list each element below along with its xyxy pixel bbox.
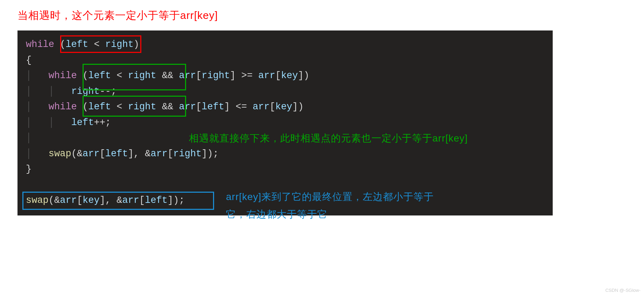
blue-annotation-line1: arr[key]来到了它的最终位置，左边都小于等于 [226, 188, 471, 206]
red-title-annotation: 当相遇时，这个元素一定小于等于arr[key] [17, 8, 553, 23]
watermark: CSDN @-SGlow- [605, 288, 641, 293]
blue-annotation-line2: 它，右边都大于等于它 [226, 206, 471, 223]
blue-annotation-text: arr[key]来到了它的最终位置，左边都小于等于 它，右边都大于等于它 [226, 188, 471, 224]
green-annotation-text: 相遇就直接停下来，此时相遇点的元素也一定小于等于arr[key] [189, 130, 468, 146]
code-line-8: } [26, 162, 544, 177]
code-line-6: │ │ left++; [26, 115, 544, 131]
code-line-3: │ while (left < right && arr[right] >= a… [26, 68, 544, 84]
code-line-1: while (left < right) [26, 37, 544, 53]
code-line-7: │ swap(&arr[left], &arr[right]); [26, 146, 544, 162]
code-annotation-figure: 当相遇时，这个元素一定小于等于arr[key] while (left < ri… [17, 8, 553, 215]
code-block: while (left < right) { │ while (left < r… [17, 30, 553, 215]
code-line-4: │ │ right--; [26, 84, 544, 100]
code-line-2: { [26, 53, 544, 68]
code-line-5: │ while (left < right && arr[left] <= ar… [26, 99, 544, 115]
